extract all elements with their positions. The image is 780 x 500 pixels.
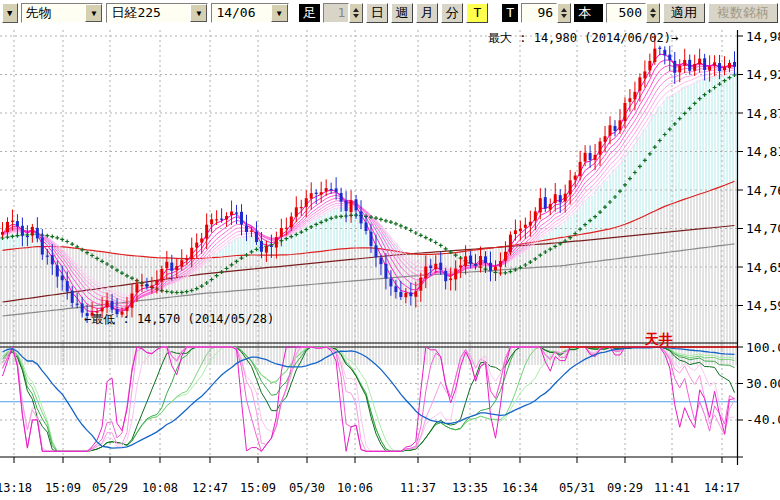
spin-button[interactable] <box>349 3 363 23</box>
apply-button[interactable]: 適用 <box>663 3 705 23</box>
svg-text:05/31: 05/31 <box>559 481 595 495</box>
bar-count-value[interactable]: 500 <box>606 3 646 23</box>
svg-text:11:37: 11:37 <box>400 481 436 495</box>
svg-text:14,595: 14,595 <box>746 298 780 313</box>
svg-text:15:09: 15:09 <box>240 481 276 495</box>
tick-count-value[interactable]: 96 <box>521 3 557 23</box>
spin-down-icon[interactable] <box>353 14 359 18</box>
bar-count-stepper[interactable]: 500 <box>606 3 660 23</box>
spin-button[interactable] <box>557 3 571 23</box>
symbol-combo[interactable]: 日経225 ▼ <box>106 3 208 23</box>
axes: 14,98014,92514,87014,81514,76014,70514,6… <box>0 29 780 496</box>
combo-arrow-icon[interactable]: ▼ <box>190 4 207 22</box>
bar-type-label: 足 <box>299 4 320 22</box>
spin-down-icon[interactable] <box>561 14 567 18</box>
combo-arrow-icon[interactable]: ▼ <box>85 4 102 22</box>
spin-up-icon[interactable] <box>650 8 656 12</box>
svg-text:14,980: 14,980 <box>746 29 780 44</box>
svg-text:100.00: 100.00 <box>746 340 780 355</box>
period-month-button[interactable]: 月 <box>416 3 438 23</box>
svg-text:-40.00: -40.00 <box>746 412 780 427</box>
combo-arrow-icon[interactable]: ▼ <box>271 4 288 22</box>
instrument-combo[interactable]: 先物 ▼ <box>21 3 104 23</box>
ceiling-label: 天井 <box>644 331 673 347</box>
spin-up-icon[interactable] <box>353 8 359 12</box>
svg-text:30.00: 30.00 <box>746 376 780 391</box>
svg-text:14:17: 14:17 <box>704 481 740 495</box>
lower-hatch <box>1 181 736 365</box>
period-week-button[interactable]: 週 <box>391 3 413 23</box>
instrument-combo-value: 先物 <box>22 4 86 22</box>
svg-text:14,650: 14,650 <box>746 260 780 275</box>
min-annotation: ←最低 : 14,570 (2014/05/28) <box>84 312 274 326</box>
svg-text:14,925: 14,925 <box>746 67 780 82</box>
tick-count-label: T <box>502 4 518 22</box>
svg-text:14,815: 14,815 <box>746 144 780 159</box>
multi-symbol-button: 複数銘柄 <box>708 3 778 23</box>
svg-text:09:29: 09:29 <box>607 481 643 495</box>
tick-count-stepper[interactable]: 96 <box>521 3 571 23</box>
symbol-combo-value: 日経225 <box>107 4 190 22</box>
chart-area: 14,98014,92514,87014,81514,76014,70514,6… <box>0 28 780 500</box>
contract-month-combo[interactable]: 14/06 ▼ <box>211 3 288 23</box>
contract-month-combo-value: 14/06 <box>212 4 270 22</box>
svg-text:10:08: 10:08 <box>142 481 178 495</box>
left-combo-arrow-icon[interactable]: ▼ <box>2 3 18 23</box>
svg-text:15:09: 15:09 <box>45 481 81 495</box>
svg-text:12:47: 12:47 <box>192 481 228 495</box>
svg-text:14,870: 14,870 <box>746 106 780 121</box>
bar-count-label: 本数 <box>574 4 603 22</box>
svg-text:05/30: 05/30 <box>289 481 325 495</box>
price-oscillator-chart[interactable]: 14,98014,92514,87014,81514,76014,70514,6… <box>0 28 780 500</box>
max-annotation: 最大 : 14,980 (2014/06/02)→ <box>488 31 678 45</box>
interval-value: 1 <box>323 3 349 23</box>
svg-text:11:41: 11:41 <box>654 481 690 495</box>
toolbar: ▼ 先物 ▼ 日経225 ▼ 14/06 ▼ 足 1 日 週 月 分 T T 9… <box>0 0 780 28</box>
spin-button[interactable] <box>646 3 660 23</box>
interval-stepper[interactable]: 1 <box>323 3 363 23</box>
svg-text:14,760: 14,760 <box>746 183 780 198</box>
svg-text:16:34: 16:34 <box>502 481 538 495</box>
spin-up-icon[interactable] <box>561 8 567 12</box>
gridlines <box>0 30 737 457</box>
svg-text:14,705: 14,705 <box>746 221 780 236</box>
svg-text:05/29: 05/29 <box>92 481 128 495</box>
period-tick-button[interactable]: T <box>466 3 488 23</box>
period-minute-button[interactable]: 分 <box>441 3 463 23</box>
period-day-button[interactable]: 日 <box>366 3 388 23</box>
svg-text:13:35: 13:35 <box>452 481 488 495</box>
spin-down-icon[interactable] <box>650 14 656 18</box>
svg-text:10:06: 10:06 <box>337 481 373 495</box>
svg-text:13:18: 13:18 <box>0 481 32 495</box>
